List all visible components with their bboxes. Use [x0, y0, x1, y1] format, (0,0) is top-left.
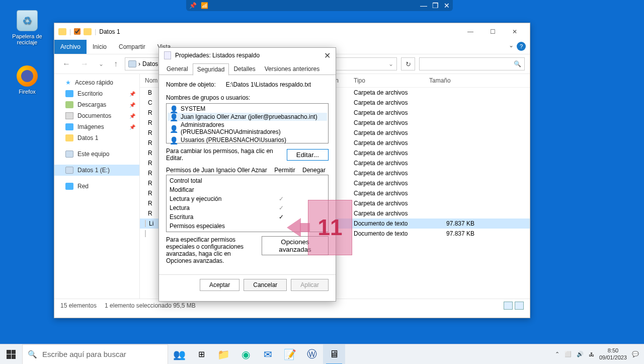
sidebar-this-pc[interactable]: Este equipo — [54, 149, 139, 160]
folder-icon — [84, 28, 92, 35]
close-session-button[interactable]: ✕ — [444, 2, 450, 10]
ribbon-tab-compartir[interactable]: Compartir — [113, 40, 151, 54]
status-selected: 1 elemento seleccionado 95,5 MB — [105, 302, 196, 309]
folder-icon: 📁 — [217, 348, 230, 360]
taskbar: 🔍 Escribe aquí para buscar 👥 ⊞ 📁 ◉ ✉ 📝 Ⓦ… — [0, 344, 644, 364]
nav-history-button[interactable]: ⌄ — [96, 59, 107, 68]
group-item[interactable]: 👤Juan Ignacio Oller Aznar (joller@prueba… — [168, 113, 327, 121]
permission-row: Modificar — [170, 185, 325, 194]
minimize-session-button[interactable]: — — [420, 2, 427, 10]
user-icon: 👤 — [170, 136, 178, 143]
rdp-session-bar: 📌📶 — ❐ ✕ — [186, 0, 453, 11]
remote-taskbar-button[interactable]: 🖥 — [323, 344, 345, 365]
dialog-titlebar[interactable]: Propiedades: Listados respaldo ✕ — [159, 48, 336, 63]
cortana-button[interactable]: 👥 — [168, 344, 190, 365]
sidebar-quick-access[interactable]: ★Acceso rápido — [54, 77, 139, 88]
cancel-button[interactable]: Cancelar — [244, 279, 287, 291]
sidebar-documents[interactable]: Documentos📌 — [54, 110, 139, 121]
start-button[interactable] — [0, 344, 22, 365]
arrow-icon — [287, 213, 311, 242]
group-item[interactable]: 👤Administradores (PRUEBASNACHO\Administr… — [168, 121, 327, 136]
group-item[interactable]: 👤Usuarios (PRUEBASNACHO\Usuarios) — [168, 136, 327, 144]
annotation-number: 11 — [318, 215, 343, 240]
notifications-icon[interactable]: 💬 — [632, 351, 639, 357]
pin-icon: 📌 — [129, 91, 135, 97]
pin-icon[interactable]: 📌 — [189, 2, 197, 9]
recycle-bin-label: Papelera de reciclaje — [8, 33, 46, 45]
edge-taskbar-button[interactable]: ◉ — [234, 344, 257, 365]
tab-seguridad[interactable]: Seguridad — [193, 63, 229, 76]
tray-chevron-icon[interactable]: ⌃ — [555, 351, 559, 357]
close-button[interactable]: ✕ — [324, 51, 331, 60]
qat-checkbox[interactable] — [74, 28, 80, 35]
taskbar-search-input[interactable]: 🔍 Escribe aquí para buscar — [22, 344, 168, 365]
taskview-button[interactable]: ⊞ — [190, 344, 212, 365]
volume-icon[interactable]: 🔊 — [577, 351, 584, 357]
explorer-taskbar-button[interactable]: 📁 — [212, 344, 234, 365]
clock[interactable]: 8:50 09/01/2023 — [599, 347, 627, 360]
explorer-search-input[interactable]: 🔍 — [419, 57, 525, 70]
app-taskbar-button[interactable]: 📝 — [279, 344, 301, 365]
sidebar-downloads[interactable]: Descargas📌 — [54, 99, 139, 110]
groups-listbox[interactable]: 👤SYSTEM👤Juan Ignacio Oller Aznar (joller… — [166, 103, 329, 143]
view-icons-icon[interactable] — [515, 302, 524, 310]
sidebar-network[interactable]: Red — [54, 181, 139, 192]
nav-forward-button[interactable]: → — [77, 58, 92, 69]
col-type[interactable]: Tipo — [354, 77, 429, 84]
network-icon — [65, 183, 73, 190]
ok-button[interactable]: Aceptar — [200, 279, 239, 291]
nav-up-button[interactable]: ↑ — [111, 58, 121, 69]
tray-app-icon[interactable]: ⬜ — [565, 351, 572, 357]
pin-icon: 📌 — [129, 113, 135, 119]
refresh-button[interactable]: ↻ — [401, 57, 415, 70]
folder-icon — [65, 134, 73, 141]
pin-icon: 📌 — [129, 102, 135, 108]
sidebar-datos1[interactable]: Datos 1 — [54, 132, 139, 143]
edit-button[interactable]: Editar... — [287, 149, 329, 161]
view-details-icon[interactable] — [504, 302, 513, 310]
drive-icon — [65, 167, 73, 174]
downloads-icon — [65, 101, 73, 108]
app-icon: 📝 — [284, 348, 296, 360]
star-icon: ★ — [65, 79, 71, 86]
col-size[interactable]: Tamaño — [429, 77, 474, 84]
firefox-shortcut[interactable]: Firefox — [8, 65, 46, 95]
edge-icon: ◉ — [242, 348, 250, 360]
recycle-bin[interactable]: Papelera de reciclaje — [8, 10, 46, 45]
word-taskbar-button[interactable]: Ⓦ — [301, 344, 323, 365]
tab-general[interactable]: General — [162, 63, 193, 75]
object-name-value: E:\Datos 1\Listados respaldo.txt — [226, 81, 311, 88]
sidebar-drive-e[interactable]: Datos 1 (E:) — [54, 165, 139, 176]
close-button[interactable]: ✕ — [504, 25, 526, 39]
user-icon: 👤 — [170, 113, 178, 120]
explorer-title: Datos 1 — [99, 28, 120, 35]
sidebar-desktop[interactable]: Escritorio📌 — [54, 88, 139, 99]
restore-session-button[interactable]: ❐ — [432, 2, 439, 10]
group-item[interactable]: 👤SYSTEM — [168, 105, 327, 113]
ribbon-collapse-icon[interactable]: ⌄ — [506, 40, 517, 54]
sidebar-images[interactable]: Imágenes📌 — [54, 121, 139, 132]
word-icon: Ⓦ — [307, 347, 317, 361]
ribbon-tab-archivo[interactable]: Archivo — [54, 40, 87, 54]
search-icon: 🔍 — [514, 60, 521, 67]
tab-detalles[interactable]: Detalles — [229, 63, 260, 75]
people-icon: 👥 — [173, 348, 186, 360]
tab-versiones[interactable]: Versiones anteriores — [260, 63, 324, 75]
nav-back-button[interactable]: ← — [59, 58, 73, 69]
sidebar: ★Acceso rápido Escritorio📌 Descargas📌 Do… — [54, 74, 140, 299]
date-text: 09/01/2023 — [599, 354, 627, 361]
explorer-titlebar[interactable]: | | Datos 1 — ☐ ✕ — [54, 23, 530, 40]
ribbon-tab-inicio[interactable]: Inicio — [87, 40, 113, 54]
outlook-taskbar-button[interactable]: ✉ — [257, 344, 279, 365]
pin-icon: 📌 — [129, 124, 135, 130]
properties-dialog: Propiedades: Listados respaldo ✕ General… — [158, 47, 336, 302]
network-icon[interactable]: 🖧 — [589, 351, 594, 357]
minimize-button[interactable]: — — [459, 25, 481, 39]
desktop-icon — [65, 90, 73, 97]
permission-row: Control total — [170, 176, 325, 185]
annotation-callout: 11 — [287, 200, 352, 255]
edit-help-text: Para cambiar los permisos, haga clic en … — [166, 148, 282, 162]
help-icon[interactable]: ? — [517, 42, 526, 51]
maximize-button[interactable]: ☐ — [481, 25, 504, 39]
apply-button[interactable]: Aplicar — [291, 279, 329, 291]
